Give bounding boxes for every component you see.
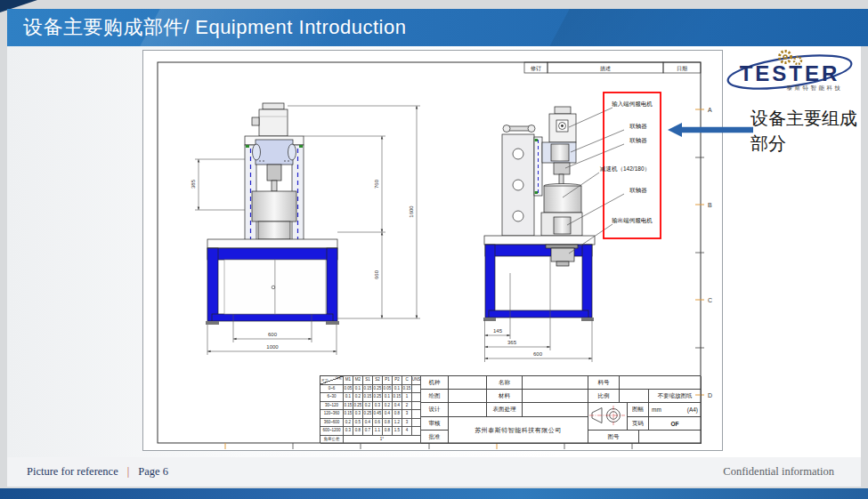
component-callouts: 输入端伺服电机 联轴器 联轴器 减速机（142/180） 联轴器 输出端伺服电机 bbox=[600, 101, 653, 224]
dim-365: 365 bbox=[507, 340, 517, 345]
tolerance-cell: 120~360 bbox=[320, 410, 344, 419]
tolerance-cell: 1 bbox=[402, 393, 412, 402]
field-empty bbox=[523, 390, 588, 403]
field-empty bbox=[620, 376, 702, 390]
front-view bbox=[206, 103, 339, 325]
dim-385: 385 bbox=[191, 179, 196, 189]
tolerance-cell: 0.1 bbox=[353, 385, 363, 394]
logo-brand: TESTER bbox=[740, 61, 840, 85]
callout-label: 输入端伺服电机 bbox=[612, 101, 653, 108]
logo-subtitle: 泰斯特智能科技 bbox=[787, 85, 843, 92]
tolerance-cell bbox=[412, 427, 421, 436]
field-name: 名称 bbox=[487, 376, 523, 390]
zone-letter: C bbox=[708, 297, 712, 303]
side-view-dimensions bbox=[485, 256, 593, 362]
tolerance-cell: S1 bbox=[363, 376, 373, 385]
callout-line-2: 部分 bbox=[750, 132, 866, 157]
field-empty bbox=[449, 403, 487, 417]
tolerance-cell: P1 bbox=[383, 376, 393, 385]
zone-number: 1 bbox=[223, 449, 227, 450]
tolerance-cell: 3 bbox=[402, 419, 412, 428]
callout-label: 联轴器 bbox=[629, 137, 647, 144]
footer-separator: | bbox=[127, 465, 130, 478]
revision-strip bbox=[524, 62, 701, 73]
field-empty bbox=[639, 431, 702, 444]
field-draw: 绘图 bbox=[421, 390, 449, 403]
date-label: 日期 bbox=[677, 66, 687, 72]
field-part-no: 料号 bbox=[588, 376, 620, 390]
tolerance-cell: M1 bbox=[344, 376, 353, 385]
tolerance-cell: 1.5 bbox=[393, 427, 402, 436]
tolerance-cell: 0.15 bbox=[363, 393, 373, 402]
tolerance-cell: 0.25 bbox=[363, 410, 373, 419]
tolerance-cell: 0.25 bbox=[373, 393, 383, 402]
tolerance-cell bbox=[412, 419, 421, 428]
title-block: 公差尺寸M1M2S1S2P1P2CUNS0~60.050.10.150.250.… bbox=[320, 375, 701, 443]
callout-label: 联轴器 bbox=[629, 123, 647, 130]
tolerance-cell: 0.3 bbox=[344, 427, 353, 436]
tolerance-cell: 6~30 bbox=[320, 393, 344, 402]
field-empty bbox=[449, 390, 487, 403]
slide-title: 设备主要购成部件/ Equipment Introduction bbox=[7, 9, 868, 46]
tolerance-cell: 0.1 bbox=[393, 385, 402, 394]
footer-page-number: Page 6 bbox=[138, 465, 168, 478]
tolerance-cell: 0.15 bbox=[363, 385, 373, 394]
projection-symbol bbox=[588, 403, 628, 431]
tolerance-cell: 0.8 bbox=[383, 419, 393, 428]
tolerance-cell: 0.1 bbox=[383, 393, 393, 402]
field-machine-type: 机种 bbox=[421, 376, 449, 390]
dim-660: 660 bbox=[374, 270, 379, 279]
tolerance-cell: 0.4 bbox=[393, 402, 402, 411]
bottom-accent-bar bbox=[0, 488, 868, 499]
tolerance-cell: 0~6 bbox=[320, 385, 344, 394]
tolerance-cell: 600~1200 bbox=[320, 427, 344, 436]
tolerance-cell: 角度公差 bbox=[320, 436, 344, 445]
tolerance-cell: 0.6 bbox=[373, 419, 383, 428]
callout-label: 减速机（142/180） bbox=[600, 165, 650, 173]
tolerance-cell: 4 bbox=[402, 427, 412, 436]
description-label: 描述 bbox=[600, 66, 611, 72]
callout-text: 设备主要组成 部分 bbox=[750, 107, 866, 156]
field-drawing-no: 图号 bbox=[588, 431, 639, 444]
tolerance-corner-cell: 公差尺寸 bbox=[320, 376, 344, 385]
tolerance-cell: 0.2 bbox=[383, 402, 393, 411]
field-sheet: 图幅 bbox=[628, 403, 649, 417]
tolerance-cell bbox=[412, 393, 421, 402]
field-material: 材料 bbox=[487, 390, 523, 403]
tolerance-cell: 30~120 bbox=[320, 402, 344, 411]
sheet-unit: mm bbox=[652, 406, 661, 413]
callout-label: 联轴器 bbox=[629, 187, 647, 194]
tolerance-cell: 0.8 bbox=[353, 427, 363, 436]
tolerance-cell: 0.2 bbox=[363, 402, 373, 411]
tolerance-cell: 0.45 bbox=[373, 410, 383, 419]
tolerance-cell bbox=[412, 410, 421, 419]
tolerance-cell: 1.2 bbox=[393, 419, 402, 428]
projection-symbol-icon bbox=[588, 403, 626, 429]
tolerance-cell: C bbox=[402, 376, 412, 385]
cad-sheet: 修订 描述 日期 A B C D 1 2 3 4 bbox=[142, 50, 723, 451]
zone-letter: D bbox=[708, 392, 712, 398]
callout-label: 输出端伺服电机 bbox=[612, 217, 653, 224]
zone-letter: A bbox=[708, 107, 712, 113]
tolerance-cell: 0.1 bbox=[344, 393, 353, 402]
dim-760: 760 bbox=[374, 179, 379, 189]
tester-logo: TESTER 泰斯特智能科技 bbox=[723, 48, 862, 100]
footer-confidential-text: Confidential information bbox=[723, 457, 834, 487]
dim-1600: 1600 bbox=[409, 205, 414, 218]
footer-reference-text: Picture for reference bbox=[27, 465, 118, 478]
tolerance-cell: S2 bbox=[373, 376, 383, 385]
field-design: 设计 bbox=[421, 403, 449, 417]
sheet-format: (A4) bbox=[687, 406, 698, 413]
tolerance-cell: 3 bbox=[402, 410, 412, 419]
side-view bbox=[483, 107, 595, 321]
slide-canvas: 设备主要购成部件/ Equipment Introduction bbox=[0, 0, 868, 499]
tolerance-cell: 0.7 bbox=[363, 427, 373, 436]
dim-600: 600 bbox=[268, 332, 278, 337]
tolerance-cell: 0.8 bbox=[383, 427, 393, 436]
tolerance-cell: 1.1 bbox=[373, 427, 383, 436]
footer-left: Picture for reference|Page 6 bbox=[27, 457, 168, 487]
field-sheet-value: mm (A4) bbox=[649, 403, 702, 417]
tolerance-cell: 0.8 bbox=[393, 410, 402, 419]
tolerance-cell: P2 bbox=[393, 376, 402, 385]
tolerance-cell: 2 bbox=[402, 402, 412, 411]
